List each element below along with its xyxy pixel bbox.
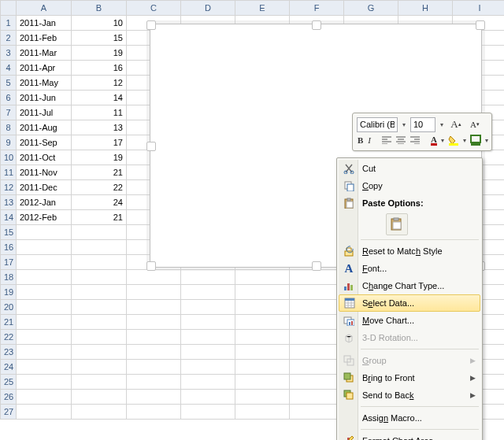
cell[interactable] — [17, 270, 72, 285]
column-header[interactable]: C — [127, 1, 181, 16]
cell[interactable] — [235, 345, 290, 360]
cell[interactable] — [72, 390, 127, 405]
column-header[interactable]: A — [17, 1, 72, 16]
shrink-font-button[interactable]: A▾ — [467, 116, 483, 132]
cell[interactable] — [17, 345, 72, 360]
shape-outline-button[interactable] — [469, 132, 482, 148]
cell[interactable] — [235, 330, 290, 345]
cell[interactable] — [17, 285, 72, 300]
cell[interactable] — [17, 300, 72, 315]
font-family-input[interactable] — [357, 117, 398, 132]
cell[interactable] — [235, 390, 290, 405]
row-header[interactable]: 7 — [1, 105, 17, 120]
cell[interactable]: 2011-Apr — [17, 61, 72, 76]
cell[interactable] — [72, 405, 127, 420]
menu-select-data[interactable]: Select Data... — [339, 294, 480, 312]
cell[interactable]: 13 — [72, 120, 127, 135]
cell[interactable] — [72, 345, 127, 360]
cell[interactable] — [17, 390, 72, 405]
align-right-button[interactable] — [410, 132, 421, 148]
resize-handle[interactable] — [146, 20, 156, 30]
row-header[interactable]: 19 — [1, 285, 17, 300]
cell[interactable] — [181, 405, 235, 420]
menu-reset-style[interactable]: Reset to Match Style — [339, 242, 480, 260]
menu-font[interactable]: AFont... — [339, 260, 480, 277]
column-header[interactable]: D — [181, 1, 235, 16]
menu-assign-macro[interactable]: Assign Macro... — [339, 409, 480, 427]
cell[interactable] — [235, 315, 290, 330]
dropdown-icon[interactable]: ▾ — [401, 121, 407, 128]
cell[interactable] — [17, 225, 72, 240]
cell[interactable]: 2011-Mar — [17, 46, 72, 61]
cell[interactable]: 2011-Aug — [17, 120, 72, 135]
cell[interactable]: 2011-Oct — [17, 150, 72, 165]
cell[interactable] — [127, 345, 181, 360]
cell[interactable] — [181, 285, 235, 300]
cell[interactable]: 2011-Feb — [17, 31, 72, 46]
cell[interactable] — [235, 405, 290, 420]
row-header[interactable]: 24 — [1, 360, 17, 375]
cell[interactable] — [127, 405, 181, 420]
cell[interactable] — [17, 315, 72, 330]
cell[interactable] — [235, 360, 290, 375]
cell[interactable] — [127, 390, 181, 405]
cell[interactable] — [72, 330, 127, 345]
font-color-button[interactable]: A — [430, 132, 438, 148]
row-header[interactable]: 11 — [1, 165, 17, 180]
cell[interactable]: 2011-Dec — [17, 180, 72, 195]
row-header[interactable]: 23 — [1, 345, 17, 360]
menu-paste-option-default[interactable] — [339, 212, 480, 237]
cell[interactable] — [72, 270, 127, 285]
cell[interactable] — [17, 360, 72, 375]
row-header[interactable]: 17 — [1, 255, 17, 270]
row-header[interactable]: 1 — [1, 16, 17, 31]
cell[interactable]: 22 — [72, 180, 127, 195]
resize-handle[interactable] — [312, 261, 321, 271]
resize-handle[interactable] — [146, 261, 156, 271]
cell[interactable] — [235, 375, 290, 390]
menu-format-chart-area[interactable]: Format Chart Area... — [339, 432, 480, 440]
cell[interactable]: 2011-May — [17, 76, 72, 91]
bold-button[interactable]: B — [357, 132, 364, 148]
cell[interactable]: 19 — [72, 150, 127, 165]
resize-handle[interactable] — [312, 20, 321, 30]
row-header[interactable]: 25 — [1, 375, 17, 390]
row-header[interactable]: 10 — [1, 150, 17, 165]
cell[interactable]: 21 — [72, 210, 127, 225]
menu-send-to-back[interactable]: Send to Back▶ — [339, 386, 480, 404]
dropdown-icon[interactable]: ▾ — [441, 137, 444, 144]
row-header[interactable]: 27 — [1, 405, 17, 420]
column-header[interactable]: E — [235, 1, 290, 16]
font-size-input[interactable] — [410, 117, 435, 132]
cell[interactable] — [235, 285, 290, 300]
row-header[interactable]: 13 — [1, 195, 17, 210]
cell[interactable] — [127, 330, 181, 345]
resize-handle[interactable] — [146, 142, 156, 151]
cell[interactable]: 2012-Jan — [17, 195, 72, 210]
cell[interactable] — [72, 315, 127, 330]
cell[interactable] — [181, 315, 235, 330]
cell[interactable] — [127, 315, 181, 330]
align-left-button[interactable] — [381, 132, 392, 148]
cell[interactable] — [72, 240, 127, 255]
column-header[interactable]: F — [290, 1, 344, 16]
fill-color-button[interactable] — [447, 132, 460, 148]
row-header[interactable]: 22 — [1, 330, 17, 345]
cell[interactable] — [181, 300, 235, 315]
align-center-button[interactable] — [395, 132, 406, 148]
cell[interactable] — [181, 330, 235, 345]
row-header[interactable]: 6 — [1, 91, 17, 105]
cell[interactable] — [72, 300, 127, 315]
cell[interactable] — [127, 360, 181, 375]
cell[interactable]: 17 — [72, 135, 127, 150]
row-header[interactable]: 26 — [1, 390, 17, 405]
cell[interactable] — [235, 270, 290, 285]
row-header[interactable]: 4 — [1, 61, 17, 76]
cell[interactable]: 14 — [72, 91, 127, 105]
cell[interactable]: 10 — [72, 16, 127, 31]
cell[interactable]: 2011-Jan — [17, 16, 72, 31]
row-header[interactable]: 15 — [1, 225, 17, 240]
grow-font-button[interactable]: A▴ — [448, 116, 464, 132]
row-header[interactable]: 20 — [1, 300, 17, 315]
row-header[interactable]: 14 — [1, 210, 17, 225]
